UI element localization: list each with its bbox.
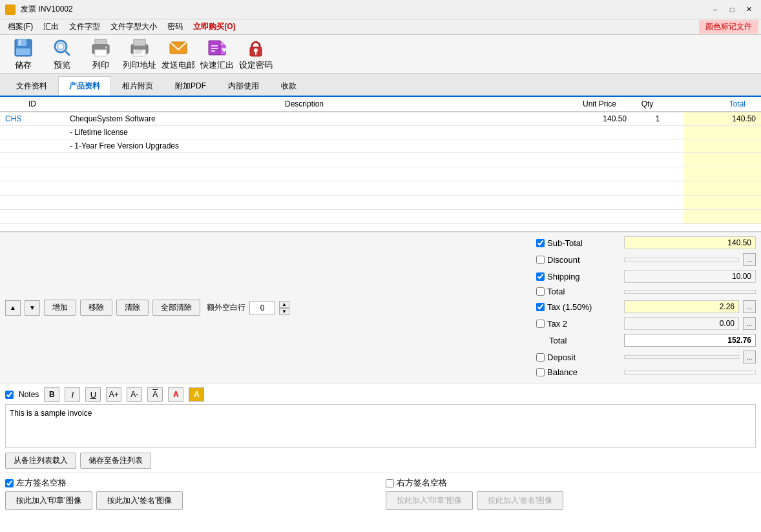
left-sign-button[interactable]: 按此加入'签名'图像 (96, 491, 183, 510)
format-underline-button[interactable]: U (85, 387, 101, 402)
deposit-checkbox[interactable] (536, 353, 545, 362)
save-icon (13, 37, 34, 58)
menu-file[interactable]: 档案(F) (3, 20, 38, 34)
format-font-larger-button[interactable]: A+ (106, 387, 121, 402)
svg-line-5 (65, 51, 70, 56)
table-row[interactable] (0, 153, 761, 167)
summary-tax2-row: Tax 2 0.00 ... (536, 317, 756, 330)
save-button[interactable]: 储存 (5, 37, 41, 71)
tab-payment[interactable]: 收款 (270, 76, 308, 96)
menu-buy[interactable]: 立即购买(O) (188, 20, 240, 34)
clear-all-button[interactable]: 全部清除 (152, 300, 200, 316)
tax2-ellipsis-button[interactable]: ... (743, 317, 756, 330)
table-row[interactable] (0, 181, 761, 196)
cell-desc: - 1-Year Free Version Upgrades (65, 139, 554, 153)
shipping-checkbox[interactable] (536, 272, 545, 281)
remove-button[interactable]: 移除 (80, 300, 112, 316)
tax-ellipsis-button[interactable]: ... (743, 300, 756, 313)
svg-marker-19 (220, 41, 225, 46)
cell-qty (632, 126, 683, 139)
format-font-smaller-button[interactable]: A- (127, 387, 142, 402)
print-button[interactable]: 列印 (83, 37, 119, 71)
extra-rows-spinner: ▲ ▼ (279, 301, 289, 315)
cell-total (683, 126, 761, 139)
total-mid-checkbox[interactable] (536, 287, 545, 296)
password-button[interactable]: 设定密码 (238, 37, 274, 71)
format-bold-button[interactable]: B (44, 387, 59, 402)
right-sig-checkbox[interactable] (386, 479, 394, 487)
preview-button[interactable]: 预览 (44, 37, 80, 71)
product-table-body[interactable]: CHS ChequeSystem Software 140.50 1 140.5… (0, 112, 761, 232)
notes-checkbox[interactable] (5, 391, 14, 399)
table-row[interactable]: - 1-Year Free Version Upgrades (0, 139, 761, 153)
cell-price (554, 196, 632, 210)
print-label: 列印 (92, 59, 109, 71)
cell-total (683, 196, 761, 210)
cell-id: CHS (0, 112, 65, 126)
tab-product-info[interactable]: 产品资料 (58, 76, 111, 96)
tab-pdf[interactable]: 附加PDF (164, 76, 217, 96)
print-icon (90, 37, 111, 58)
email-button[interactable]: 发送电邮 (160, 37, 196, 71)
menu-password[interactable]: 密码 (162, 20, 188, 34)
notes-section: Notes B I U A+ A- A A A This is a sample… (0, 383, 761, 473)
clear-button[interactable]: 清除 (116, 300, 149, 316)
menu-font-size[interactable]: 文件字型大小 (105, 20, 162, 34)
deposit-ellipsis-button[interactable]: ... (743, 351, 756, 363)
left-stamp-button[interactable]: 按此加入'印章'图像 (5, 491, 92, 510)
tab-internal[interactable]: 内部使用 (217, 76, 270, 96)
cell-qty (632, 196, 683, 210)
table-row[interactable] (0, 167, 761, 181)
right-sign-button[interactable]: 按此加入'签名'图像 (477, 491, 564, 510)
table-row[interactable]: CHS ChequeSystem Software 140.50 1 140.5… (0, 112, 761, 126)
print-address-icon (129, 37, 150, 58)
move-up-button[interactable]: ▲ (5, 300, 21, 316)
tab-file-info[interactable]: 文件资料 (5, 76, 58, 96)
cell-qty (632, 139, 683, 153)
summary-total-mid-row: Total (536, 287, 756, 296)
format-font-color-button[interactable]: A (168, 387, 183, 402)
minimize-button[interactable]: − (708, 3, 722, 17)
export-label: 快速汇出 (200, 59, 234, 71)
format-highlight-button[interactable]: A (189, 387, 204, 402)
tax2-checkbox[interactable] (536, 320, 545, 328)
table-row[interactable]: - Lifetime license (0, 126, 761, 139)
table-row[interactable] (0, 210, 761, 224)
table-row[interactable] (0, 196, 761, 210)
cell-qty (632, 167, 683, 181)
balance-checkbox[interactable] (536, 368, 545, 376)
cell-qty (632, 210, 683, 224)
move-down-button[interactable]: ▼ (25, 300, 40, 316)
notes-textarea[interactable]: This is a sample invoice (5, 404, 756, 448)
extra-rows-input[interactable] (249, 302, 275, 314)
save-notes-button[interactable]: 储存至备注列表 (80, 453, 151, 469)
load-notes-button[interactable]: 从备注列表载入 (5, 453, 76, 469)
discount-checkbox[interactable] (536, 256, 545, 264)
subtotal-checkbox[interactable] (536, 239, 545, 247)
tax2-label: Tax 2 (536, 319, 620, 329)
format-font-reset-button[interactable]: A (147, 387, 163, 402)
col-qty: Qty (621, 97, 673, 112)
menu-font[interactable]: 文件字型 (64, 20, 105, 34)
cell-desc (65, 196, 554, 210)
spin-down-button[interactable]: ▼ (279, 308, 289, 315)
shipping-label: Shipping (536, 272, 620, 281)
left-sig-checkbox[interactable] (5, 479, 14, 487)
tax-checkbox[interactable] (536, 303, 545, 311)
maximize-button[interactable]: □ (725, 3, 739, 17)
print-address-button[interactable]: 列印地址 (121, 37, 158, 71)
cell-price (554, 153, 632, 167)
tab-bar: 文件资料 产品资料 相片附页 附加PDF 内部使用 收款 (0, 74, 761, 97)
tab-photo[interactable]: 相片附页 (111, 76, 164, 96)
toolbar: 储存 预览 列印 (0, 35, 761, 74)
right-signature: 右方签名空格 按此加入'印章'图像 按此加入'签名'图像 (386, 477, 756, 510)
spin-up-button[interactable]: ▲ (279, 301, 289, 308)
close-button[interactable]: ✕ (742, 3, 756, 17)
discount-ellipsis-button[interactable]: ... (743, 253, 756, 266)
export-button[interactable]: 快速汇出 (199, 37, 235, 71)
menu-export[interactable]: 汇出 (38, 20, 64, 34)
right-stamp-button[interactable]: 按此加入'印章'图像 (386, 491, 473, 510)
format-italic-button[interactable]: I (65, 387, 80, 402)
add-button[interactable]: 增加 (44, 300, 76, 316)
svg-point-4 (55, 41, 67, 52)
